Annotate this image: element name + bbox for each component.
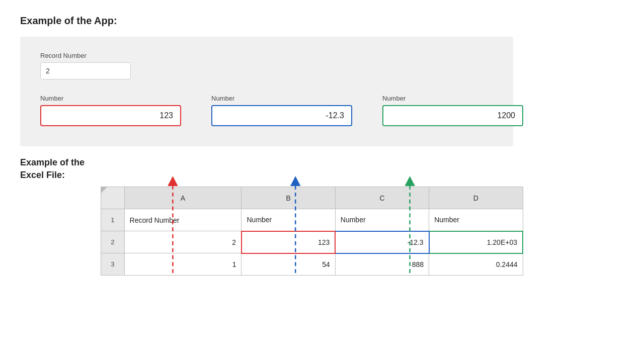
- number-label-green: Number: [382, 95, 523, 102]
- col-d-label: D: [429, 187, 522, 209]
- excel-title: Example of the Excel File:: [20, 146, 101, 276]
- cell-2a: 2: [124, 231, 242, 253]
- number-input-blue[interactable]: -12.3: [211, 105, 352, 126]
- table-row: 1 Record Number Number Number: [101, 209, 523, 231]
- number-field-green: Number 1200: [382, 95, 523, 126]
- corner-triangle: [101, 187, 107, 193]
- col-b-label: B: [242, 187, 335, 209]
- col-header-b: B: [242, 187, 335, 209]
- cell-3b: 54: [242, 253, 335, 276]
- col-header-c: C: [335, 187, 429, 209]
- table-row: 3 1 54 888 0.244: [101, 253, 523, 276]
- cell-2c-blue: -12.3: [335, 231, 429, 253]
- cell-1d: Number: [429, 209, 523, 231]
- svg-marker-1: [168, 176, 178, 186]
- svg-marker-5: [405, 176, 415, 186]
- app-demo-box: Record Number 2 Number 123 Number -12.3 …: [20, 37, 513, 146]
- corner-header: [101, 187, 125, 209]
- cell-2d-green: 1.20E+03: [429, 231, 523, 253]
- number-input-green[interactable]: 1200: [382, 105, 523, 126]
- excel-arrows-container: A B C D: [101, 146, 523, 276]
- excel-table-wrapper: A B C D: [101, 187, 523, 276]
- col-header-a: A: [124, 187, 242, 209]
- table-row: 2 2 123 -12.3 1.: [101, 231, 523, 253]
- col-a-label: A: [125, 187, 242, 209]
- record-number-label: Record Number: [40, 52, 493, 59]
- cell-1b: Number: [242, 209, 335, 231]
- col-c-label: C: [336, 187, 429, 209]
- row-num-3: 3: [101, 253, 125, 276]
- diagram-area: Example of the Excel File:: [20, 146, 513, 276]
- svg-marker-3: [290, 176, 300, 186]
- number-field-red: Number 123: [40, 95, 181, 126]
- main-container: Example of the App: Record Number 2 Numb…: [0, 0, 644, 291]
- record-number-input[interactable]: 2: [40, 62, 131, 79]
- row-num-1: 1: [101, 209, 125, 231]
- number-input-red[interactable]: 123: [40, 105, 181, 126]
- cell-1c: Number: [335, 209, 429, 231]
- cell-3d: 0.2444: [429, 253, 523, 276]
- cell-3c: 888: [335, 253, 429, 276]
- number-label-red: Number: [40, 95, 181, 102]
- number-fields-row: Number 123 Number -12.3 Number 1200: [40, 95, 493, 126]
- col-header-d: D: [429, 187, 523, 209]
- row-num-2: 2: [101, 231, 125, 253]
- number-label-blue: Number: [211, 95, 352, 102]
- app-title: Example of the App:: [20, 15, 624, 27]
- cell-1a: Record Number: [124, 209, 242, 231]
- number-field-blue: Number -12.3: [211, 95, 352, 126]
- excel-table: A B C D: [101, 187, 523, 276]
- cell-3a: 1: [124, 253, 242, 276]
- cell-2b-red: 123: [242, 231, 335, 253]
